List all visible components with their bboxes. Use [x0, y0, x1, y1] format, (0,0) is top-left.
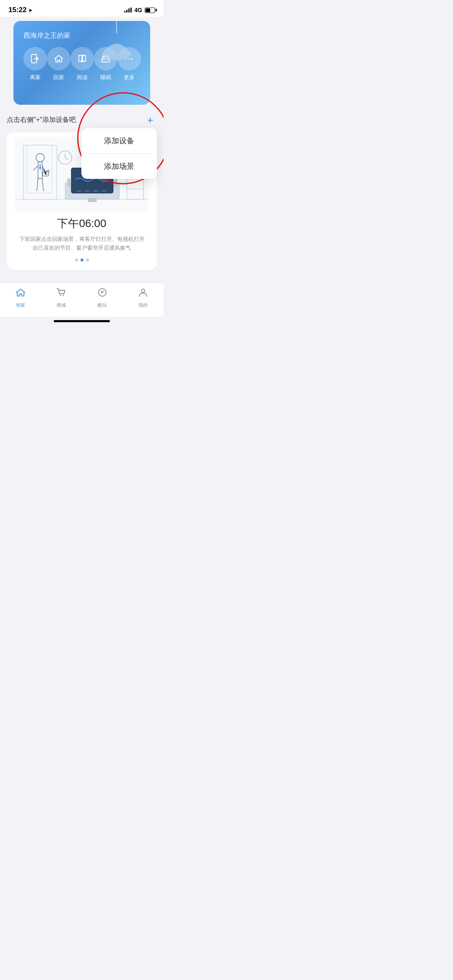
scene-item-leave[interactable]: 离家 [23, 47, 47, 81]
battery-icon [145, 8, 155, 13]
status-time: 15:22 [8, 6, 26, 14]
home-banner: 西海岸之王的家 离家 [13, 21, 150, 105]
scene-item-read[interactable]: 阅读 [70, 47, 94, 81]
card-time: 下午06:00 [7, 216, 157, 231]
bottom-nav: 智家 商城 酷玩 我的 [0, 282, 164, 317]
svg-point-1 [102, 57, 131, 61]
shop-nav-icon [56, 287, 67, 300]
add-button-container: + 添加设备 添加场景 [143, 113, 157, 127]
read-icon [70, 47, 94, 70]
nav-item-cool[interactable]: 酷玩 [97, 287, 108, 308]
status-right: 4G [124, 7, 155, 13]
section-title: 点击右侧"+"添加设备吧 [7, 116, 76, 124]
carousel-dots [7, 259, 157, 261]
profile-nav-icon [138, 287, 148, 300]
shop-nav-label: 商城 [57, 302, 66, 308]
network-label: 4G [134, 7, 142, 13]
home-nav-label: 智家 [16, 302, 25, 308]
home-scene-label: 回家 [53, 74, 64, 81]
scene-item-home[interactable]: 回家 [47, 47, 70, 81]
add-scene-option[interactable]: 添加场景 [81, 154, 157, 179]
leave-icon [23, 47, 47, 70]
home-indicator [54, 320, 110, 322]
dot-2 [81, 259, 83, 261]
read-label: 阅读 [77, 74, 88, 81]
nav-item-shop[interactable]: 商城 [56, 287, 67, 308]
svg-rect-18 [114, 178, 117, 187]
svg-rect-17 [67, 178, 70, 187]
dot-1 [75, 259, 78, 261]
home-nav-icon [15, 287, 26, 300]
add-button[interactable]: + [143, 113, 157, 127]
cool-nav-label: 酷玩 [98, 302, 107, 308]
signal-icon [124, 8, 132, 13]
profile-nav-label: 我的 [138, 302, 148, 308]
content-area: 点击右侧"+"添加设备吧 + 添加设备 添加场景 [0, 105, 164, 270]
svg-point-38 [63, 295, 64, 296]
leave-label: 离家 [30, 74, 41, 81]
nav-item-profile[interactable]: 我的 [138, 287, 148, 308]
svg-point-37 [60, 295, 61, 296]
card-description: 下班回家点击回家场景，将客厅灯打开、电视机打开自己喜欢的节目、窗户窗帘开启通风换… [7, 235, 157, 253]
dot-3 [86, 259, 89, 261]
nav-item-home[interactable]: 智家 [15, 287, 26, 308]
add-device-option[interactable]: 添加设备 [81, 128, 157, 153]
status-bar: 15:22 ➤ 4G [0, 0, 164, 17]
location-icon: ➤ [28, 7, 33, 13]
lamp-illustration [91, 21, 142, 75]
svg-rect-23 [88, 199, 96, 202]
svg-point-40 [141, 289, 145, 292]
dropdown-menu: 添加设备 添加场景 [81, 128, 157, 179]
home-scene-icon [47, 47, 70, 70]
cool-nav-icon [97, 287, 108, 300]
section-header: 点击右侧"+"添加设备吧 + 添加设备 添加场景 [7, 113, 157, 127]
